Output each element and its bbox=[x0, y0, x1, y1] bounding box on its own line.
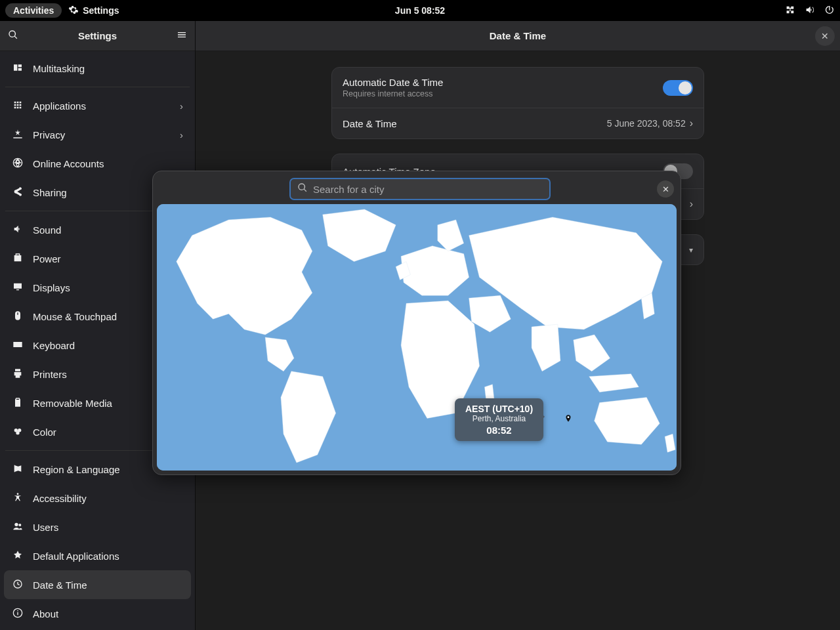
location-pin-icon bbox=[564, 413, 573, 422]
datetime-icon bbox=[12, 579, 24, 591]
svg-point-2 bbox=[16, 431, 19, 434]
sidebar-item-default-applications[interactable]: Default Applications bbox=[4, 541, 191, 570]
svg-point-4 bbox=[14, 522, 18, 526]
tooltip-city: Perth, Australia bbox=[465, 414, 533, 423]
sidebar-item-accessibility[interactable]: Accessibility bbox=[4, 484, 191, 513]
sidebar-item-label: Date & Time bbox=[33, 579, 183, 591]
default-apps-icon bbox=[12, 550, 24, 562]
mouse-icon bbox=[12, 310, 24, 323]
sidebar-title: Settings bbox=[26, 30, 169, 41]
world-map-svg bbox=[157, 204, 677, 471]
svg-point-9 bbox=[568, 416, 570, 418]
sidebar-item-label: Users bbox=[33, 522, 183, 533]
content-header: Date & Time ✕ bbox=[196, 21, 840, 51]
online-accounts-icon bbox=[12, 158, 24, 170]
clock[interactable]: Jun 5 08:52 bbox=[395, 5, 445, 16]
tooltip-time: 08:52 bbox=[465, 425, 533, 436]
sidebar-item-date-time[interactable]: Date & Time bbox=[4, 570, 191, 599]
sidebar-separator bbox=[5, 87, 190, 87]
chevron-right-icon: › bbox=[690, 198, 693, 210]
printers-icon bbox=[12, 368, 24, 381]
sidebar-item-label: Online Accounts bbox=[33, 158, 183, 169]
app-menu-label: Settings bbox=[83, 5, 119, 16]
sidebar-header: Settings bbox=[0, 21, 195, 51]
sidebar-item-about[interactable]: About bbox=[4, 599, 191, 628]
chevron-right-icon: › bbox=[690, 117, 693, 129]
power-icon bbox=[12, 253, 24, 265]
color-icon bbox=[12, 426, 24, 438]
world-map[interactable]: AEST (UTC+10) Perth, Australia 08:52 bbox=[157, 204, 677, 471]
about-icon bbox=[12, 608, 24, 620]
power-icon[interactable] bbox=[824, 5, 835, 17]
volume-icon[interactable] bbox=[805, 5, 815, 17]
chevron-right-icon: › bbox=[180, 129, 183, 140]
sidebar-item-label: About bbox=[33, 608, 183, 620]
dialog-close-button[interactable]: ✕ bbox=[657, 180, 674, 198]
search-icon bbox=[297, 182, 308, 196]
displays-icon bbox=[12, 282, 24, 294]
region-icon bbox=[12, 463, 24, 476]
svg-point-5 bbox=[18, 524, 21, 526]
svg-point-3 bbox=[17, 493, 19, 495]
timezone-dialog: ✕ bbox=[152, 171, 681, 475]
keyboard-icon bbox=[12, 339, 24, 352]
datetime-row[interactable]: Date & Time 5 June 2023, 08:52 › bbox=[332, 108, 704, 138]
tz-dialog-header: ✕ bbox=[157, 175, 677, 204]
datetime-group: Automatic Date & Time Requires internet … bbox=[331, 67, 704, 139]
top-bar: Activities Settings Jun 5 08:52 bbox=[0, 0, 840, 21]
network-icon[interactable] bbox=[785, 5, 795, 17]
timezone-tooltip: AEST (UTC+10) Perth, Australia 08:52 bbox=[455, 398, 543, 441]
app-menu[interactable]: Settings bbox=[68, 5, 119, 17]
sidebar-item-label: Default Applications bbox=[33, 551, 183, 562]
sidebar-item-applications[interactable]: Applications› bbox=[4, 91, 191, 120]
sidebar-item-multitasking[interactable]: Multitasking bbox=[4, 54, 191, 83]
gear-icon bbox=[68, 5, 79, 17]
auto-datetime-sub: Requires internet access bbox=[343, 89, 663, 98]
sidebar-item-label: Accessibility bbox=[33, 493, 183, 504]
system-tray bbox=[785, 5, 835, 17]
multitasking-icon bbox=[12, 62, 24, 75]
chevron-down-icon: ▾ bbox=[689, 245, 693, 255]
users-icon bbox=[12, 521, 24, 534]
city-search-input[interactable] bbox=[313, 184, 543, 195]
auto-datetime-title: Automatic Date & Time bbox=[343, 77, 663, 88]
sound-icon bbox=[12, 224, 24, 236]
accessibility-icon bbox=[12, 492, 24, 505]
privacy-icon bbox=[12, 129, 24, 141]
sharing-icon bbox=[12, 186, 24, 199]
sidebar-item-label: Privacy bbox=[33, 129, 171, 140]
removable-icon bbox=[12, 397, 24, 410]
sidebar-item-users[interactable]: Users bbox=[4, 513, 191, 541]
page-title: Date & Time bbox=[220, 30, 815, 41]
sidebar-item-privacy[interactable]: Privacy› bbox=[4, 120, 191, 149]
apps-icon bbox=[12, 100, 24, 112]
activities-button[interactable]: Activities bbox=[5, 3, 62, 18]
search-button[interactable] bbox=[0, 30, 26, 43]
datetime-title: Date & Time bbox=[343, 118, 607, 129]
city-search-field[interactable] bbox=[289, 178, 551, 200]
auto-datetime-switch[interactable] bbox=[663, 80, 693, 96]
auto-datetime-row: Automatic Date & Time Requires internet … bbox=[332, 68, 704, 108]
sidebar-item-label: Multitasking bbox=[33, 63, 183, 74]
chevron-right-icon: › bbox=[180, 100, 183, 112]
datetime-value: 5 June 2023, 08:52 bbox=[607, 118, 686, 129]
close-button[interactable]: ✕ bbox=[815, 26, 835, 46]
tooltip-tz: AEST (UTC+10) bbox=[465, 404, 533, 414]
sidebar-item-label: Applications bbox=[33, 100, 171, 112]
hamburger-menu-icon[interactable] bbox=[169, 30, 195, 43]
